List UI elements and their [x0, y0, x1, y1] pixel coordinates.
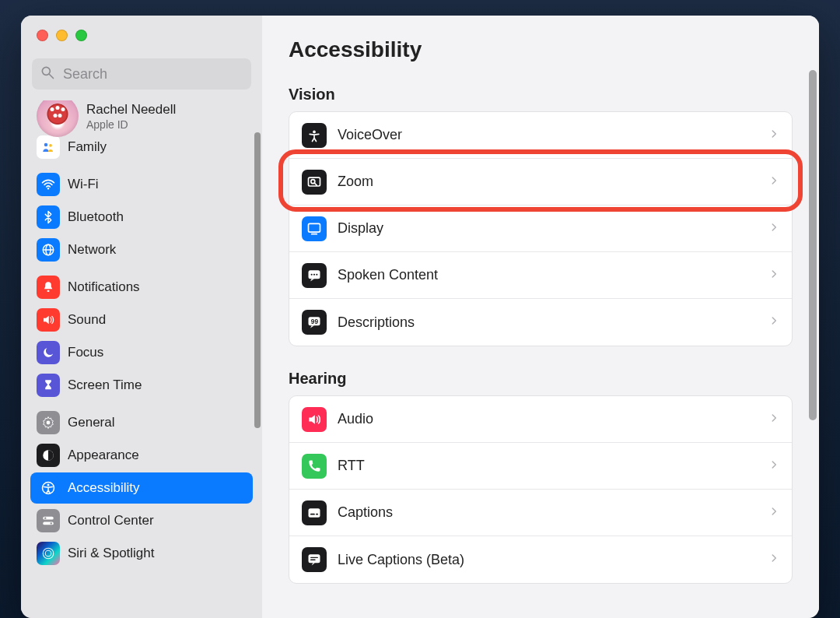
row-captions[interactable]: Captions: [289, 490, 792, 536]
sidebar-item-label: Focus: [68, 345, 103, 360]
row-audio[interactable]: Audio: [289, 396, 792, 443]
row-live-captions[interactable]: Live Captions (Beta): [289, 536, 792, 583]
row-voiceover[interactable]: VoiceOver: [289, 112, 792, 159]
row-descriptions[interactable]: Descriptions: [289, 299, 792, 346]
moon-icon: [37, 341, 60, 364]
settings-window: Rachel Needell Apple ID Family Wi-Fi Blu…: [21, 16, 819, 618]
display-icon: [302, 216, 327, 241]
sidebar-item-label: Control Center: [68, 513, 154, 528]
chevron-right-icon: [768, 222, 779, 236]
sidebar-group-system: General Appearance Accessibility Control…: [30, 407, 253, 569]
main-content: Accessibility Vision VoiceOver Zoom Disp: [262, 16, 819, 584]
zoom-icon: [302, 170, 327, 195]
sidebar-item-control-center[interactable]: Control Center: [30, 505, 253, 536]
chevron-right-icon: [768, 506, 779, 520]
speaker-icon: [302, 407, 327, 432]
sidebar-item-screen-time[interactable]: Screen Time: [30, 370, 253, 401]
account-sub: Apple ID: [86, 118, 176, 131]
sidebar-item-siri-spotlight[interactable]: Siri & Spotlight: [30, 538, 253, 569]
search-container: [32, 58, 251, 90]
row-spoken-content[interactable]: Spoken Content: [289, 252, 792, 299]
bell-icon: [37, 276, 60, 299]
sidebar-item-family[interactable]: Family: [30, 132, 253, 163]
accessibility-icon: [37, 476, 60, 500]
appearance-icon: [37, 444, 60, 467]
search-icon: [40, 65, 55, 83]
row-display[interactable]: Display: [289, 205, 792, 252]
row-label: RTT: [338, 458, 768, 474]
sidebar-item-label: General: [68, 415, 114, 430]
captions-icon: [302, 500, 327, 525]
sidebar-item-bluetooth[interactable]: Bluetooth: [30, 202, 253, 233]
quote-bubble-icon: [302, 310, 327, 335]
sidebar-scrollbar[interactable]: [254, 132, 261, 428]
chevron-right-icon: [768, 175, 779, 189]
sidebar-item-sound[interactable]: Sound: [30, 304, 253, 335]
sidebar-item-accessibility[interactable]: Accessibility: [30, 472, 253, 504]
sidebar-scroll[interactable]: Rachel Needell Apple ID Family Wi-Fi Blu…: [21, 100, 262, 618]
speech-bubble-icon: [302, 263, 327, 288]
chevron-right-icon: [768, 315, 779, 329]
sidebar-item-wifi[interactable]: Wi-Fi: [30, 169, 253, 200]
sidebar-item-label: Sound: [68, 312, 106, 328]
minimize-button[interactable]: [56, 30, 68, 41]
close-button[interactable]: [37, 30, 48, 41]
siri-icon: [37, 542, 60, 565]
sidebar-item-label: Accessibility: [68, 480, 140, 496]
row-label: Zoom: [338, 174, 768, 190]
chevron-right-icon: [768, 553, 779, 567]
sidebar-item-appearance[interactable]: Appearance: [30, 440, 253, 471]
main-scrollbar[interactable]: [809, 70, 817, 420]
chevron-right-icon: [768, 269, 779, 283]
sidebar-item-apple-id[interactable]: Rachel Needell Apple ID: [30, 100, 253, 132]
sidebar-item-label: Wi-Fi: [68, 177, 99, 192]
sidebar-item-general[interactable]: General: [30, 407, 253, 438]
zoom-window-button[interactable]: [75, 30, 87, 41]
sidebar-item-label: Family: [68, 139, 107, 155]
sidebar: Rachel Needell Apple ID Family Wi-Fi Blu…: [21, 16, 262, 618]
main-pane: Accessibility Vision VoiceOver Zoom Disp: [262, 16, 819, 618]
speaker-icon: [37, 308, 60, 332]
row-label: Captions: [338, 504, 768, 521]
account-name: Rachel Needell: [86, 102, 176, 118]
sidebar-group-activity: Notifications Sound Focus Screen Time: [30, 272, 253, 401]
section-title-vision: Vision: [289, 86, 793, 104]
section-title-hearing: Hearing: [289, 370, 793, 388]
row-zoom[interactable]: Zoom: [289, 159, 792, 205]
sidebar-item-label: Appearance: [68, 448, 139, 463]
chevron-right-icon: [768, 128, 779, 142]
switches-icon: [37, 509, 60, 532]
phone-icon: [302, 454, 327, 479]
hourglass-icon: [37, 374, 60, 397]
sidebar-item-label: Siri & Spotlight: [68, 546, 155, 561]
window-controls: [21, 16, 262, 41]
sidebar-item-notifications[interactable]: Notifications: [30, 272, 253, 303]
card-vision: VoiceOver Zoom Display Spoken Content: [289, 111, 793, 346]
voiceover-icon: [302, 123, 327, 148]
row-rtt[interactable]: RTT: [289, 443, 792, 490]
bluetooth-icon: [37, 205, 60, 229]
page-title: Accessibility: [289, 37, 793, 62]
chevron-right-icon: [768, 413, 779, 427]
sidebar-item-label: Notifications: [68, 279, 140, 295]
card-hearing: Audio RTT Captions Live Captions (Beta): [289, 395, 793, 584]
sidebar-group-network: Wi-Fi Bluetooth Network: [30, 169, 253, 265]
row-label: VoiceOver: [338, 127, 768, 143]
row-label: Spoken Content: [338, 267, 768, 283]
row-label: Display: [338, 220, 768, 237]
chevron-right-icon: [768, 459, 779, 473]
family-icon: [37, 135, 60, 159]
search-input[interactable]: [32, 58, 251, 90]
row-label: Audio: [338, 411, 768, 427]
row-label: Live Captions (Beta): [338, 552, 768, 568]
sidebar-item-label: Screen Time: [68, 377, 142, 393]
row-label: Descriptions: [338, 314, 768, 331]
gear-icon: [37, 411, 60, 434]
wifi-icon: [37, 173, 60, 196]
live-captions-icon: [302, 547, 327, 572]
sidebar-item-focus[interactable]: Focus: [30, 337, 253, 368]
sidebar-item-label: Bluetooth: [68, 209, 124, 225]
sidebar-item-label: Network: [68, 242, 116, 258]
network-icon: [37, 238, 60, 262]
sidebar-item-network[interactable]: Network: [30, 234, 253, 265]
